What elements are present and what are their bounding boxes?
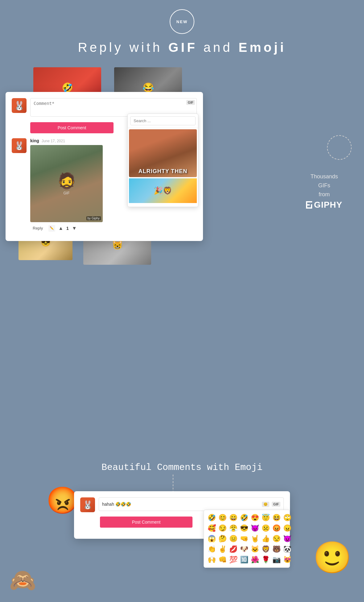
emoji-grid: 🤣 😊 😄 🤣 😍 😇 😆 🙄 🥰 😏 😤 😎 😈 ☹️ 😡 xyxy=(207,513,287,564)
comment-username: king xyxy=(30,138,39,143)
big-yellow-emoji: 🙂 xyxy=(313,539,352,576)
emoji-26[interactable]: ✌️ xyxy=(218,545,227,554)
svg-rect-1 xyxy=(306,201,312,202)
giphy-logo-icon xyxy=(306,201,312,209)
emoji-5[interactable]: 😍 xyxy=(250,513,260,522)
gif-results-area: ALRIGHTY THEN 🎉🦁 xyxy=(128,128,198,207)
giphy-line3: from xyxy=(306,190,342,199)
title-gif: GIF xyxy=(168,40,197,55)
emoji-25[interactable]: 👏 xyxy=(207,545,217,554)
emoji-20[interactable]: 🤜 xyxy=(239,534,249,543)
alrighty-text: ALRIGHTY THEN xyxy=(139,168,188,175)
giphy-line1: Thousands xyxy=(306,172,342,181)
svg-rect-4 xyxy=(306,207,312,209)
gif-picker-panel: ALRIGHTY THEN 🎉🦁 xyxy=(127,114,198,207)
emoji-38[interactable]: 🌹 xyxy=(261,555,271,564)
gif-result-1[interactable]: ALRIGHTY THEN xyxy=(129,129,197,177)
emoji-35[interactable]: 💯 xyxy=(229,555,238,564)
emoji-18[interactable]: 🤔 xyxy=(218,534,227,543)
emoji-30[interactable]: 🦁 xyxy=(261,545,271,554)
emoji-picker-button[interactable]: 😊 xyxy=(262,502,269,507)
emoji-40[interactable]: 😻 xyxy=(283,555,292,564)
section-title: Beautiful Comments with Emoji xyxy=(0,462,364,473)
emoji-14[interactable]: ☹️ xyxy=(261,524,271,533)
avatar-icon: 🐰 xyxy=(14,101,25,111)
emoji-24[interactable]: 👿 xyxy=(283,534,292,543)
emoji-19[interactable]: 😑 xyxy=(229,534,238,543)
emoji-31[interactable]: 🐻 xyxy=(272,545,281,554)
comment-text-row: hahah 🤣🤣🤣 😊 GIF xyxy=(99,497,284,511)
emoji-15[interactable]: 😡 xyxy=(272,524,281,533)
comment-text: hahah xyxy=(102,502,114,507)
emoji-10[interactable]: 😏 xyxy=(218,524,227,533)
gif-area: 🤣 😂 😎 😸 🐰 GIF Post Comment 🐰 xyxy=(0,67,364,246)
gif-badge[interactable]: GIF xyxy=(186,100,195,105)
edit-icon[interactable]: ✏️ xyxy=(48,225,55,232)
comment-text-content: hahah 🤣🤣🤣 xyxy=(102,502,131,507)
input-actions: 😊 GIF xyxy=(262,502,280,507)
comment-emojis: 🤣🤣🤣 xyxy=(115,502,131,507)
vote-up-button[interactable]: ▲ xyxy=(58,226,63,231)
gif-search-area xyxy=(128,114,198,128)
emoji-6[interactable]: 😇 xyxy=(261,513,271,522)
gif-search-input[interactable] xyxy=(130,116,196,125)
emoji-section: 😡 🙂 🐰 hahah 🤣🤣🤣 😊 GIF Pos xyxy=(0,491,364,539)
emoji-7[interactable]: 😆 xyxy=(272,513,281,522)
gif-result-2[interactable]: 🎉🦁 xyxy=(129,178,197,203)
main-title: Reply with GIF and Emoji xyxy=(78,40,286,55)
dashed-circle-decoration xyxy=(327,135,352,160)
emoji-3[interactable]: 😄 xyxy=(229,513,238,522)
emoji-37[interactable]: 🌺 xyxy=(250,555,260,564)
emoji-11[interactable]: 😤 xyxy=(229,524,238,533)
emoji-36[interactable]: 🔟 xyxy=(239,555,249,564)
title-part1: Reply with xyxy=(78,40,168,55)
emoji-4[interactable]: 🤣 xyxy=(239,513,249,522)
svg-rect-2 xyxy=(306,204,310,206)
emoji-23[interactable]: 😒 xyxy=(272,534,281,543)
emoji-34[interactable]: 👊 xyxy=(218,555,227,564)
gif-watermark: by Giphy xyxy=(86,216,101,220)
emoji-39[interactable]: 📷 xyxy=(272,555,281,564)
vote-down-button[interactable]: ▼ xyxy=(72,226,77,231)
emoji-29[interactable]: 🐱 xyxy=(250,545,260,554)
comment-date: June 17, 2021 xyxy=(42,139,65,143)
comment-gif-image: 🧔 GIF by Giphy xyxy=(30,145,103,222)
reply-button[interactable]: Reply xyxy=(30,225,45,232)
emoji-22[interactable]: 👍 xyxy=(261,534,271,543)
post-comment-button[interactable]: Post Comment xyxy=(30,122,114,133)
emoji-2[interactable]: 😊 xyxy=(218,513,227,522)
emoji-17[interactable]: 😱 xyxy=(207,534,217,543)
title-part2: and xyxy=(197,40,238,55)
dialog-card-2: 🐰 hahah 🤣🤣🤣 😊 GIF Post Comment xyxy=(74,491,290,539)
second-section: Beautiful Comments with Emoji 😡 🙂 🐰 haha… xyxy=(0,450,364,551)
emoji-28[interactable]: 🐶 xyxy=(239,545,249,554)
comment-avatar: 🐰 xyxy=(12,138,27,153)
top-section: NEW Reply with GIF and Emoji xyxy=(0,0,364,67)
emoji-21[interactable]: 🤘 xyxy=(250,534,260,543)
monkey-emoji: 🙈 xyxy=(9,567,36,593)
giphy-brand: Thousands GIFs from GIPHY xyxy=(306,172,342,210)
comment-actions: Reply ✏️ ▲ 1 ▼ xyxy=(30,225,197,232)
comment-avatar-2: 🐰 xyxy=(80,497,95,512)
dialog-card-1: 🐰 GIF Post Comment 🐰 king June 17, 2021 xyxy=(6,92,203,241)
emoji-1[interactable]: 🤣 xyxy=(207,513,217,522)
badge-label: NEW xyxy=(176,19,188,24)
giphy-line2: GIFs xyxy=(306,181,342,190)
title-emoji: Emoji xyxy=(238,40,286,55)
emoji-8[interactable]: 🙄 xyxy=(283,513,292,522)
emoji-picker-panel: 🤣 😊 😄 🤣 😍 😇 😆 🙄 🥰 😏 😤 😎 😈 ☹️ 😡 xyxy=(204,510,290,568)
emoji-32[interactable]: 🐼 xyxy=(283,545,292,554)
emoji-12[interactable]: 😎 xyxy=(239,524,249,533)
emoji-16[interactable]: 😠 xyxy=(283,524,292,533)
gif-button-2[interactable]: GIF xyxy=(272,502,280,507)
emoji-27[interactable]: 💋 xyxy=(229,545,238,554)
emoji-9[interactable]: 🥰 xyxy=(207,524,217,533)
giphy-logo-text: GIPHY xyxy=(314,200,342,210)
vote-count: 1 xyxy=(66,226,69,231)
new-badge: NEW xyxy=(170,9,194,34)
post-comment-button-2[interactable]: Post Comment xyxy=(100,517,192,528)
emoji-13[interactable]: 😈 xyxy=(250,524,260,533)
emoji-33[interactable]: 🙌 xyxy=(207,555,217,564)
giphy-logo: GIPHY xyxy=(306,200,342,210)
giphy-brand-text: Thousands GIFs from xyxy=(306,172,342,199)
